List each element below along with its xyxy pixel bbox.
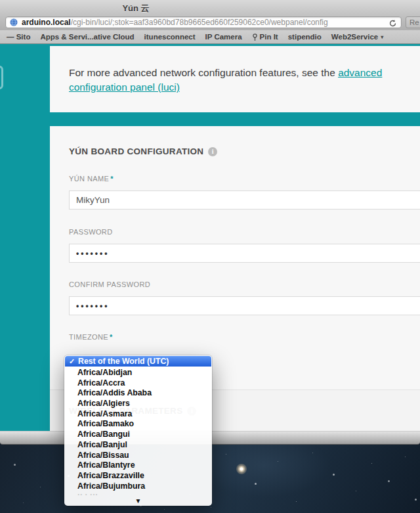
intro-card: For more advanced network configuration … [50, 46, 420, 112]
chevron-down-icon: ▾ [381, 34, 383, 40]
pin-icon [252, 33, 258, 41]
globe-favicon [10, 18, 18, 26]
reader-button[interactable]: Re [406, 16, 420, 28]
intro-text: For more advanced network configuration … [69, 66, 420, 95]
bookmark-itunesconnect[interactable]: itunesconnect [144, 33, 196, 41]
scroll-down-arrow-icon[interactable]: ▼ [64, 497, 212, 506]
browser-toolbar: arduino.local/cgi-bin/luci/;stok=aaf3a96… [0, 14, 420, 30]
password-label: PASSWORD [69, 228, 113, 236]
timezone-option[interactable]: Africa/Banjul [64, 440, 212, 451]
timezone-option[interactable]: Africa/Bissau [64, 451, 212, 461]
timezone-option[interactable]: Africa/Brazzaville [64, 471, 212, 481]
url-host: arduino.local [22, 18, 71, 27]
bookmarks-bar: — Sito Apps & Servi...ative Cloud itunes… [0, 30, 420, 44]
timezone-option[interactable]: Africa/Abidjan [64, 368, 212, 378]
window-title: Yún 云 [0, 3, 272, 14]
board-config-heading: YÚN BOARD CONFIGURATION i [69, 146, 217, 156]
timezone-label: TIMEZONE* [69, 333, 113, 341]
timezone-option[interactable]: Africa/Bamako [64, 419, 212, 430]
bookmark-sito[interactable]: — Sito [7, 33, 30, 41]
bookmark-ip-camera[interactable]: IP Camera [205, 33, 242, 41]
address-bar[interactable]: arduino.local/cgi-bin/luci/;stok=aaf3a96… [5, 16, 402, 28]
bookmark-web2service[interactable]: Web2Service▾ [331, 33, 383, 41]
reload-icon[interactable] [388, 19, 397, 28]
titlebar: Yún 云 [0, 0, 420, 14]
timezone-option[interactable]: Africa/Addis Ababa [64, 388, 212, 399]
partial-logo [0, 66, 3, 89]
timezone-option[interactable]: Africa/Bujumbura [64, 481, 212, 492]
required-asterisk: * [110, 333, 113, 341]
timezone-option[interactable]: Africa/Bangui [64, 430, 212, 440]
bright-star [236, 464, 247, 474]
board-config-card: YÚN BOARD CONFIGURATION i YÚN NAME* PASS… [50, 126, 420, 390]
timezone-option[interactable]: Africa/Blantyre [64, 460, 212, 471]
timezone-option[interactable]: Africa/Asmara [64, 409, 212, 420]
yun-name-label: YÚN NAME* [69, 175, 114, 183]
url-path: /cgi-bin/luci/;stok=aaf3a960bd78b9665ed6… [71, 18, 328, 27]
timezone-option-selected[interactable]: ✓ Rest of the World (UTC) [65, 356, 211, 367]
bookmark-pin-it[interactable]: Pin It [252, 33, 278, 41]
timezone-option-faded: ·· · ··· [64, 491, 212, 497]
timezone-option-list: Africa/Abidjan Africa/Accra Africa/Addis… [64, 368, 212, 491]
password-input[interactable] [69, 244, 420, 263]
confirm-password-label: CONFIRM PASSWORD [69, 280, 150, 288]
bookmark-apps-services[interactable]: Apps & Servi...ative Cloud [40, 33, 134, 41]
timezone-option[interactable]: Africa/Accra [64, 378, 212, 389]
info-icon[interactable]: i [208, 147, 217, 156]
screen: Yún 云 arduino.local/cgi-bin/luci/;stok=a… [0, 0, 420, 513]
bookmark-stipendio[interactable]: stipendio [288, 33, 322, 41]
stars [0, 445, 1, 445]
yun-name-input[interactable] [69, 190, 420, 210]
timezone-dropdown-menu: ✓ Rest of the World (UTC) Africa/Abidjan… [64, 355, 212, 506]
timezone-option[interactable]: Africa/Algiers [64, 399, 212, 409]
required-asterisk: * [110, 175, 114, 183]
confirm-password-input[interactable] [69, 296, 420, 315]
check-icon: ✓ [69, 356, 75, 367]
